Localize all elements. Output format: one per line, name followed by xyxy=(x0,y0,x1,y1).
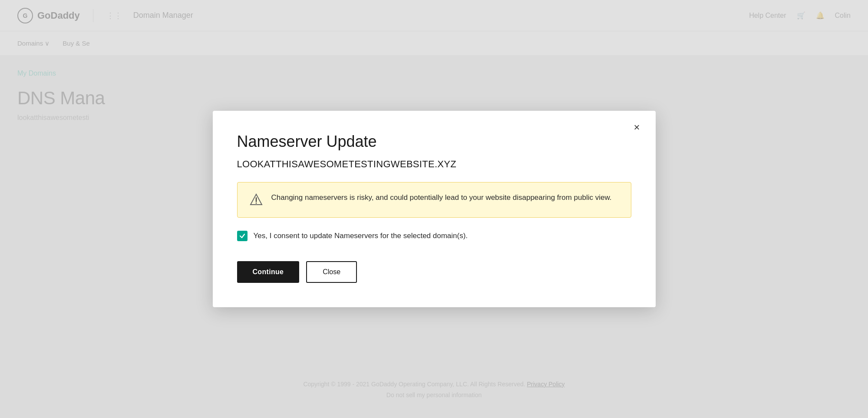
close-button[interactable]: Close xyxy=(306,261,357,283)
modal-close-x-button[interactable]: × xyxy=(630,120,643,134)
continue-button[interactable]: Continue xyxy=(237,261,300,283)
warning-text: Changing nameservers is risky, and could… xyxy=(271,192,612,203)
consent-checkbox[interactable] xyxy=(237,231,248,241)
consent-label: Yes, I consent to update Nameservers for… xyxy=(254,232,468,240)
warning-icon xyxy=(250,193,263,208)
modal-actions: Continue Close xyxy=(237,261,631,283)
svg-point-2 xyxy=(255,202,257,204)
nameserver-update-modal: × Nameserver Update LOOKATTHISAWESOMETES… xyxy=(213,111,656,307)
warning-box: Changing nameservers is risky, and could… xyxy=(237,182,631,218)
modal-title: Nameserver Update xyxy=(237,133,631,151)
consent-row: Yes, I consent to update Nameservers for… xyxy=(237,231,631,241)
modal-domain: LOOKATTHISAWESOMETESTINGWEBSITE.XYZ xyxy=(237,159,631,170)
